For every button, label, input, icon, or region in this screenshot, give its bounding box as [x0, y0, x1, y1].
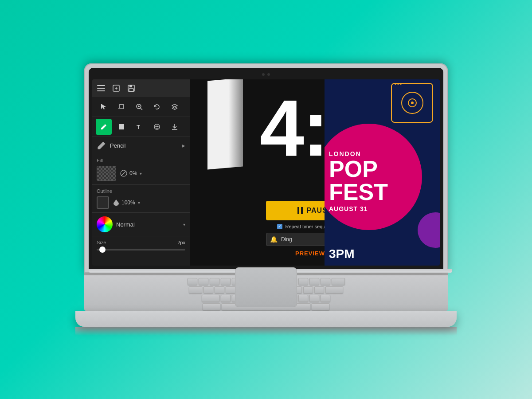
pencil-tool-active[interactable]	[96, 119, 112, 135]
signal-dots	[394, 82, 403, 87]
outline-opacity-value: 100%	[121, 200, 135, 206]
blend-dropdown-icon[interactable]: ▾	[183, 222, 185, 227]
bell-icon: 🔔	[270, 236, 278, 243]
svg-marker-18	[172, 104, 177, 107]
fill-dropdown-icon[interactable]: ▾	[140, 171, 142, 176]
laptop: T	[75, 63, 457, 336]
key[interactable]	[303, 286, 313, 293]
svg-point-32	[397, 83, 399, 85]
size-label: Size	[97, 240, 106, 245]
svg-line-28	[121, 171, 126, 176]
svg-point-24	[157, 126, 158, 127]
key[interactable]	[298, 295, 308, 302]
key[interactable]	[314, 286, 324, 293]
menu-icon[interactable]	[96, 83, 106, 94]
tools-row-2: T	[92, 117, 190, 137]
pencil-icon	[97, 141, 106, 150]
pencil-label: Pencil	[110, 142, 178, 149]
fill-color-preview[interactable]	[97, 166, 116, 181]
crop-tool[interactable]	[113, 99, 129, 115]
outline-controls: 100% ▾	[113, 199, 185, 207]
blend-section: Normal ▾	[92, 213, 190, 236]
svg-rect-2	[97, 90, 105, 91]
camera-bar	[92, 71, 440, 78]
laptop-bottom	[75, 327, 457, 336]
color-wheel-icon	[97, 216, 113, 232]
screen-content: T	[92, 79, 440, 266]
outline-color-preview[interactable]	[97, 196, 109, 209]
camera-dot-2	[267, 73, 270, 76]
svg-rect-29	[297, 207, 299, 214]
outline-label: Outline	[97, 188, 185, 194]
key[interactable]	[215, 286, 224, 293]
toolbar-panel: T	[92, 79, 190, 266]
svg-rect-8	[129, 89, 133, 91]
blend-mode-label: Normal	[116, 221, 179, 228]
repeat-checkbox[interactable]: ✓	[277, 224, 282, 229]
fill-label: Fill	[97, 158, 185, 163]
size-slider[interactable]	[97, 249, 185, 250]
history-tool[interactable]	[149, 99, 165, 115]
download-tool[interactable]	[167, 119, 183, 135]
svg-rect-0	[97, 85, 105, 86]
trackpad[interactable]	[235, 267, 297, 307]
tools-row-1	[92, 97, 190, 117]
fill-section: Fill 0% ▾	[92, 154, 190, 185]
fill-opacity-value: 0%	[129, 170, 137, 176]
key[interactable]	[221, 295, 231, 302]
key[interactable]	[309, 278, 319, 285]
event-time: 3PM	[329, 247, 355, 261]
text-tool[interactable]: T	[131, 119, 147, 135]
pause-icon	[297, 207, 303, 214]
key[interactable]	[309, 295, 319, 302]
event-purple-circle	[418, 212, 440, 248]
pencil-row: Pencil ▶	[92, 137, 190, 154]
outline-dropdown-icon[interactable]: ▾	[138, 200, 140, 205]
svg-rect-1	[97, 88, 105, 89]
size-value: 2px	[177, 240, 185, 245]
key-shift-left[interactable]	[203, 303, 220, 310]
key-shift-right[interactable]	[312, 303, 329, 310]
layers-tool[interactable]	[167, 99, 183, 115]
svg-text:T: T	[137, 124, 140, 130]
screen-bezel: T	[89, 68, 443, 269]
event-line1: POP	[329, 157, 435, 180]
key-tab[interactable]	[189, 286, 202, 293]
emoji-tool[interactable]	[149, 119, 165, 135]
radio-icon-area	[391, 83, 435, 127]
key-enter[interactable]	[325, 286, 343, 293]
key-caps[interactable]	[202, 295, 219, 302]
screen-lid: T	[84, 63, 448, 273]
radio-center	[408, 98, 417, 107]
fill-opacity-icon	[120, 169, 128, 177]
outline-section: Outline 100% ▾	[92, 185, 190, 213]
svg-rect-20	[119, 124, 124, 129]
new-doc-icon[interactable]	[111, 83, 121, 94]
size-slider-handle[interactable]	[99, 246, 106, 253]
pointer-tool[interactable]	[96, 99, 112, 115]
save-icon[interactable]	[126, 83, 137, 94]
toolbar-top	[92, 79, 190, 97]
key-backspace[interactable]	[332, 278, 345, 285]
keyboard-base	[75, 311, 457, 327]
pencil-expand-icon[interactable]: ▶	[182, 143, 185, 148]
keyboard-deck	[84, 275, 448, 311]
event-text-block: LONDON POP FEST AUGUST 31	[329, 150, 435, 212]
shape-tool[interactable]	[113, 119, 129, 135]
key[interactable]	[188, 278, 197, 285]
camera-dot	[262, 73, 265, 76]
event-panel: LONDON POP FEST AUGUST 31 3PM	[325, 79, 440, 266]
svg-point-22	[154, 124, 160, 129]
key[interactable]	[321, 295, 330, 302]
zoom-tool[interactable]	[131, 99, 147, 115]
key[interactable]	[210, 278, 219, 285]
key[interactable]	[321, 278, 330, 285]
key[interactable]	[226, 286, 235, 293]
key[interactable]	[199, 278, 208, 285]
key[interactable]	[298, 278, 308, 285]
key[interactable]	[203, 286, 213, 293]
svg-point-33	[400, 83, 402, 85]
key[interactable]	[221, 278, 231, 285]
page-flip-effect	[207, 79, 243, 169]
svg-point-31	[395, 83, 396, 85]
